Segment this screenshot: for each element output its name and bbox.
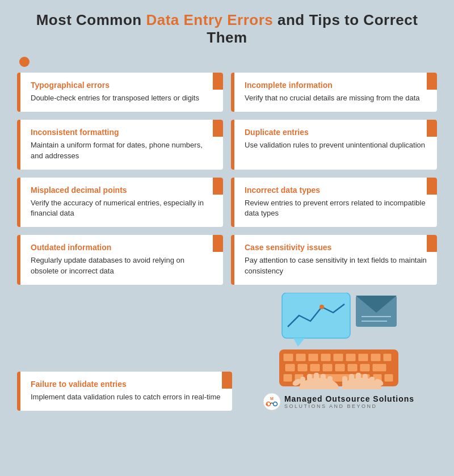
svg-rect-31 (300, 377, 305, 389)
logo-name-block: Managed Outsource Solutions Solutions an… (284, 394, 414, 409)
card-case-sensitivity: Case sensitivity issues Pay attention to… (231, 235, 437, 285)
svg-rect-12 (333, 353, 343, 361)
card-title-case: Case sensitivity issues (240, 243, 428, 252)
svg-rect-0 (282, 293, 350, 338)
card-title-duplicate: Duplicate entries (240, 128, 428, 137)
svg-rect-40 (356, 373, 361, 388)
svg-rect-33 (314, 373, 319, 388)
card-title-decimal: Misplaced decimal points (26, 186, 214, 195)
svg-point-1 (320, 305, 324, 309)
svg-rect-20 (322, 364, 333, 372)
svg-rect-35 (327, 376, 333, 388)
svg-rect-23 (360, 364, 370, 372)
card-decimal-points: Misplaced decimal points Verify the accu… (17, 178, 223, 228)
page-wrapper: Most Common Data Entry Errors and Tips t… (0, 0, 454, 476)
svg-rect-17 (285, 364, 295, 372)
title-prefix: Most Common (36, 11, 146, 28)
card-duplicate-entries: Duplicate entries Use validation rules t… (231, 120, 437, 170)
svg-rect-22 (347, 364, 358, 372)
card-body-decimal: Verify the accuracy of numerical entries… (26, 198, 214, 220)
card-title-incomplete: Incomplete information (240, 81, 428, 90)
svg-rect-34 (321, 374, 326, 388)
card-outdated-info: Outdated information Regularly update da… (17, 235, 223, 285)
svg-rect-16 (383, 353, 392, 361)
svg-rect-38 (342, 376, 347, 388)
cards-grid: Typographical errors Double-check entrie… (17, 73, 437, 285)
logo-icon: M ◉ (263, 393, 281, 411)
svg-rect-26 (283, 374, 292, 382)
svg-rect-21 (335, 364, 345, 372)
card-incorrect-types: Incorrect data types Review entries to p… (231, 178, 437, 228)
card-title-types: Incorrect data types (240, 186, 428, 195)
orange-dot-decoration (19, 57, 30, 67)
svg-rect-29 (384, 374, 393, 382)
svg-rect-41 (363, 374, 368, 388)
card-title-validate: Failure to validate entries (26, 380, 223, 389)
logo-tagline: Solutions and Beyond (284, 403, 414, 409)
footer-row: Failure to validate entries Implement da… (17, 293, 437, 411)
svg-rect-14 (358, 353, 368, 361)
card-validate-entries: Failure to validate entries Implement da… (17, 372, 232, 411)
svg-text:M: M (270, 397, 274, 401)
card-body-incomplete: Verify that no crucial details are missi… (240, 93, 428, 104)
illustration-area: M ◉ Managed Outsource Solutions Solution… (240, 293, 437, 411)
page-title: Most Common Data Entry Errors and Tips t… (17, 11, 437, 47)
svg-rect-11 (321, 353, 331, 361)
card-title-formatting: Inconsistent formatting (26, 128, 214, 137)
logo-row: M ◉ Managed Outsource Solutions Solution… (263, 393, 414, 411)
svg-rect-8 (283, 353, 293, 361)
svg-rect-15 (371, 353, 381, 361)
card-inconsistent-formatting: Inconsistent formatting Maintain a unifo… (17, 120, 223, 170)
card-title-typographical: Typographical errors (26, 81, 214, 90)
logo-company-name: Managed Outsource Solutions (284, 394, 414, 403)
card-typographical-errors: Typographical errors Double-check entrie… (17, 73, 223, 112)
illustration-svg (276, 293, 401, 389)
svg-rect-18 (297, 364, 308, 372)
card-incomplete-info: Incomplete information Verify that no cr… (231, 73, 437, 112)
card-body-formatting: Maintain a uniform format for dates, pho… (26, 140, 214, 162)
card-body-outdated: Regularly update databases to avoid rely… (26, 255, 214, 277)
svg-rect-32 (307, 374, 312, 388)
svg-marker-2 (293, 338, 305, 347)
card-body-typographical: Double-check entries for transposed lett… (26, 93, 214, 104)
svg-rect-19 (310, 364, 320, 372)
card-body-duplicate: Use validation rules to prevent unintent… (240, 140, 428, 151)
card-title-outdated: Outdated information (26, 243, 214, 252)
title-highlight: Data Entry Errors (146, 11, 273, 28)
svg-rect-39 (349, 374, 354, 388)
svg-rect-10 (308, 353, 318, 361)
card-body-case: Pay attention to case sensitivity in tex… (240, 255, 428, 277)
svg-point-44 (263, 393, 280, 410)
svg-rect-24 (372, 364, 386, 372)
svg-rect-42 (369, 377, 375, 389)
svg-rect-13 (346, 353, 356, 361)
card-body-types: Review entries to prevent errors related… (240, 198, 428, 220)
card-body-validate: Implement data validation rules to catch… (26, 392, 223, 403)
svg-rect-9 (296, 353, 306, 361)
